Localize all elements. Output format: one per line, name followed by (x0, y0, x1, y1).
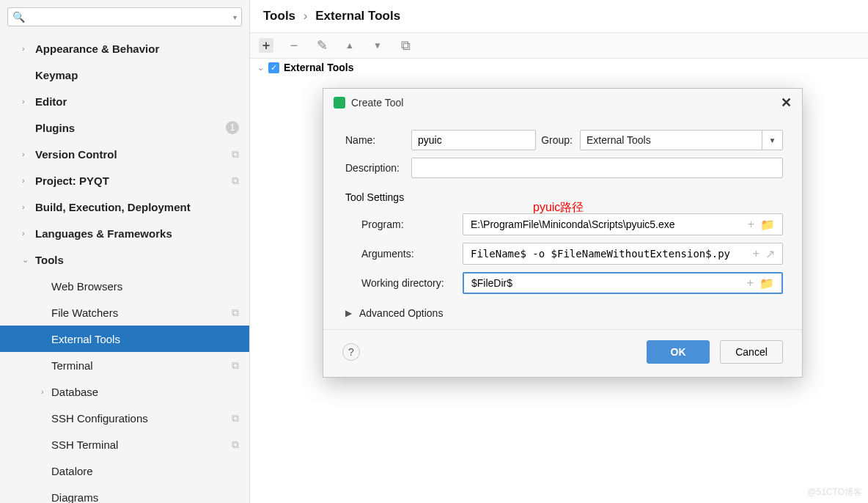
project-scope-icon: ⧉ (232, 306, 239, 319)
pycharm-icon (334, 97, 345, 109)
sidebar-item[interactable]: ›Build, Execution, Deployment (0, 194, 249, 220)
chevron-right-icon: ▶ (345, 308, 352, 318)
program-input[interactable] (469, 218, 745, 231)
workdir-label: Working directory: (345, 277, 463, 289)
sidebar-item[interactable]: ›Languages & Frameworks (0, 220, 249, 246)
sidebar-item[interactable]: ›Editor (0, 88, 249, 114)
program-label: Program: (345, 219, 463, 230)
workdir-input-wrap[interactable]: + 📁 (463, 272, 783, 294)
sidebar-item-label: External Tools (51, 333, 239, 345)
chevron-right-icon: › (22, 150, 35, 158)
create-tool-dialog: Create Tool ✕ Name: Group: External Tool… (323, 88, 803, 378)
dialog-body: Name: Group: External Tools ▼ Descriptio… (323, 117, 802, 329)
edit-button[interactable]: ✎ (315, 38, 329, 53)
project-scope-icon: ⧉ (232, 359, 239, 372)
cancel-button[interactable]: Cancel (720, 340, 783, 364)
name-input[interactable] (411, 130, 536, 150)
sidebar-item[interactable]: SSH Configurations⧉ (0, 405, 249, 431)
advanced-options-toggle[interactable]: ▶ Advanced Options (345, 307, 783, 319)
group-select[interactable]: External Tools ▼ (580, 130, 783, 150)
tool-tree-row[interactable]: ⌄ ✓ External Tools (250, 59, 868, 76)
expand-icon[interactable]: ↗ (765, 247, 775, 261)
settings-tree[interactable]: ›Appearance & BehaviorKeymap›EditorPlugi… (0, 29, 249, 503)
search-input[interactable] (25, 11, 233, 23)
breadcrumb-parent[interactable]: Tools (263, 9, 295, 23)
sidebar-item[interactable]: Plugins1 (0, 114, 249, 141)
chevron-right-icon: › (22, 176, 35, 185)
update-badge: 1 (226, 121, 239, 134)
chevron-right-icon: › (41, 387, 51, 396)
name-label: Name: (345, 134, 411, 146)
group-label: External Tools (284, 62, 353, 73)
search-box[interactable]: 🔍 ▾ (7, 7, 242, 26)
sidebar-item-label: Terminal (51, 359, 232, 372)
copy-button[interactable]: ⧉ (398, 38, 413, 53)
move-down-button[interactable]: ▼ (370, 38, 385, 53)
breadcrumb-current: External Tools (315, 9, 400, 23)
sidebar-item[interactable]: ⌄Tools (0, 246, 249, 273)
sidebar-item-label: Version Control (35, 148, 232, 161)
close-icon[interactable]: ✕ (781, 95, 792, 111)
browse-folder-icon[interactable]: 📁 (760, 218, 775, 232)
workdir-input[interactable] (470, 276, 744, 290)
project-scope-icon: ⧉ (232, 148, 239, 161)
sidebar-item[interactable]: Datalore (0, 458, 249, 484)
arguments-input-wrap[interactable]: + ↗ (463, 243, 783, 265)
chevron-down-icon: ⌄ (22, 255, 35, 265)
sidebar-item-label: Languages & Frameworks (35, 227, 239, 240)
sidebar-item[interactable]: ›Appearance & Behavior (0, 35, 249, 62)
dialog-titlebar[interactable]: Create Tool ✕ (323, 89, 802, 117)
search-icon: 🔍 (12, 11, 25, 23)
browse-folder-icon[interactable]: 📁 (760, 276, 774, 290)
project-scope-icon: ⧉ (232, 412, 239, 425)
sidebar-item[interactable]: Web Browsers (0, 273, 249, 299)
sidebar-item-label: Build, Execution, Deployment (35, 201, 239, 213)
sidebar-item[interactable]: Diagrams (0, 484, 249, 503)
sidebar-item[interactable]: Keymap (0, 62, 249, 88)
add-button[interactable]: + (259, 38, 273, 53)
sidebar-item-label: SSH Configurations (51, 412, 232, 425)
sidebar-item[interactable]: ›Project: PYQT⧉ (0, 167, 249, 194)
program-input-wrap[interactable]: + 📁 (463, 213, 783, 235)
chevron-right-icon: › (22, 97, 35, 106)
remove-button[interactable]: − (287, 38, 301, 53)
sidebar-item[interactable]: External Tools (0, 326, 249, 352)
dropdown-icon[interactable]: ▾ (233, 13, 237, 21)
insert-macro-icon[interactable]: + (753, 247, 760, 260)
arguments-label: Arguments: (345, 248, 463, 260)
chevron-down-icon[interactable]: ▼ (762, 131, 782, 150)
help-button[interactable]: ? (342, 343, 360, 361)
sidebar-item[interactable]: SSH Terminal⧉ (0, 431, 249, 458)
sidebar-item-label: Tools (35, 254, 239, 266)
sidebar-item-label: File Watchers (51, 306, 232, 319)
sidebar-item[interactable]: ›Version Control⧉ (0, 141, 249, 167)
insert-macro-icon[interactable]: + (748, 218, 754, 231)
chevron-right-icon: › (22, 44, 35, 53)
chevron-right-icon: › (22, 202, 35, 211)
watermark: @51CTO博客 (807, 486, 862, 499)
sidebar-item-label: Web Browsers (51, 280, 239, 293)
sidebar-item[interactable]: ›Database (0, 378, 249, 405)
sidebar-item-label: Database (51, 386, 239, 398)
sidebar-item[interactable]: File Watchers⧉ (0, 299, 249, 326)
dialog-buttons: ? OK Cancel (323, 329, 802, 377)
move-up-button[interactable]: ▲ (342, 38, 357, 53)
chevron-down-icon[interactable]: ⌄ (257, 63, 264, 73)
sidebar-item[interactable]: Terminal⧉ (0, 352, 249, 378)
arguments-input[interactable] (469, 247, 750, 260)
project-scope-icon: ⧉ (232, 438, 239, 451)
search-wrap: 🔍 ▾ (0, 0, 249, 29)
group-label: Group: (536, 134, 580, 146)
ok-button[interactable]: OK (647, 340, 710, 364)
advanced-options-label: Advanced Options (359, 307, 443, 319)
group-value: External Tools (581, 131, 762, 150)
sidebar-item-label: Appearance & Behavior (35, 43, 239, 55)
sidebar-item-label: Datalore (51, 465, 239, 477)
group-checkbox[interactable]: ✓ (268, 62, 279, 73)
description-input[interactable] (411, 158, 783, 178)
sidebar-item-label: Project: PYQT (35, 175, 232, 187)
tools-toolbar: + − ✎ ▲ ▼ ⧉ (250, 32, 868, 59)
sidebar-item-label: Editor (35, 95, 239, 108)
sidebar-item-label: Keymap (35, 69, 239, 81)
insert-macro-icon[interactable]: + (747, 276, 754, 290)
